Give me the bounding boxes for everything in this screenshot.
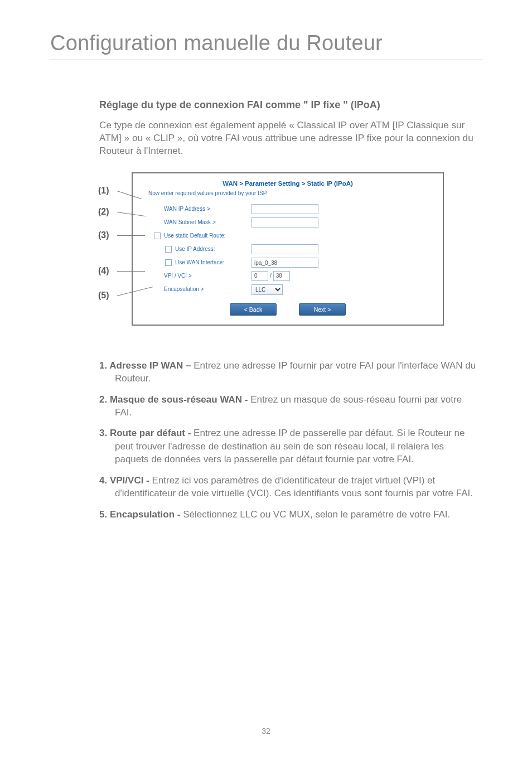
label-encapsulation: Encapsulation > (143, 286, 252, 292)
section-heading: Réglage du type de connexion FAI comme "… (99, 99, 476, 111)
checkbox-use-ip[interactable] (165, 246, 172, 253)
label-static-route: Use static Default Route: (143, 233, 252, 239)
shot-title: WAN > Parameter Setting > Static IP (IPo… (143, 180, 433, 187)
callout-1: (1) (98, 186, 109, 196)
definition-2: Masque de sous-réseau WAN - Entrez un ma… (99, 393, 476, 419)
wan-mask-input[interactable] (252, 217, 318, 227)
vpi-input[interactable] (252, 271, 268, 281)
definition-3: Route par défaut - Entrez une adresse IP… (99, 427, 476, 466)
page-number: 32 (0, 727, 532, 735)
callout-2: (2) (98, 207, 109, 217)
intro-paragraph: Ce type de connexion est également appel… (99, 119, 476, 158)
next-button[interactable]: Next > (299, 303, 346, 316)
definition-4: VPI/VCI - Entrez ici vos paramètres de d… (99, 474, 476, 500)
callout-5: (5) (98, 291, 109, 301)
callout-3: (3) (98, 230, 109, 240)
vpi-vci-separator: / (268, 273, 273, 279)
config-screenshot: (1) (2) (3) (4) (5) WAN > Parameter Sett… (132, 172, 444, 326)
vci-input[interactable] (273, 271, 290, 281)
callout-4: (4) (98, 266, 109, 276)
label-use-ip: Use IP Address: (143, 246, 252, 253)
encapsulation-select[interactable]: LLC (252, 284, 283, 295)
checkbox-use-wan-if[interactable] (165, 259, 172, 266)
label-use-wan-if: Use WAN Interface: (143, 259, 252, 266)
label-wan-ip: WAN IP Address > (143, 206, 252, 212)
label-wan-mask: WAN Subnet Mask > (143, 219, 252, 225)
definition-1: Adresse IP WAN – Entrez une adresse IP f… (99, 359, 476, 385)
wan-ip-input[interactable] (252, 204, 318, 214)
checkbox-static-route[interactable] (154, 233, 161, 239)
use-ip-input[interactable] (252, 244, 318, 254)
wan-interface-input[interactable] (252, 258, 318, 268)
page-title: Configuration manuelle du Routeur (50, 31, 482, 55)
definition-5: Encapsulation - Sélectionnez LLC ou VC M… (99, 508, 476, 521)
label-vpi-vci: VPI / VCI > (143, 273, 252, 279)
back-button[interactable]: < Back (230, 303, 277, 316)
title-rule (50, 60, 482, 60)
definitions-list: Adresse IP WAN – Entrez une adresse IP f… (99, 359, 476, 521)
shot-subtitle: Now enter required values provided by yo… (148, 190, 433, 196)
